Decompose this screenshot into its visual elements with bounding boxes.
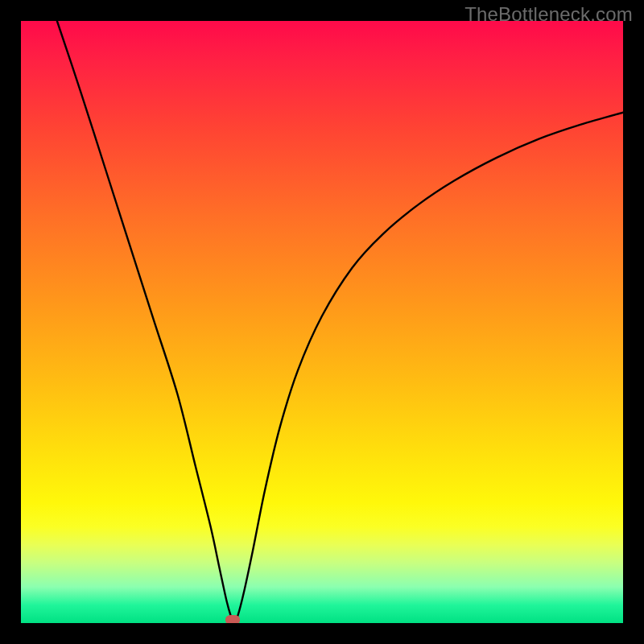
watermark-text: TheBottleneck.com (464, 3, 633, 26)
minimum-marker-icon (225, 615, 240, 624)
chart-frame: TheBottleneck.com (0, 0, 644, 644)
plot-area (21, 21, 623, 623)
bottleneck-curve (21, 21, 623, 623)
